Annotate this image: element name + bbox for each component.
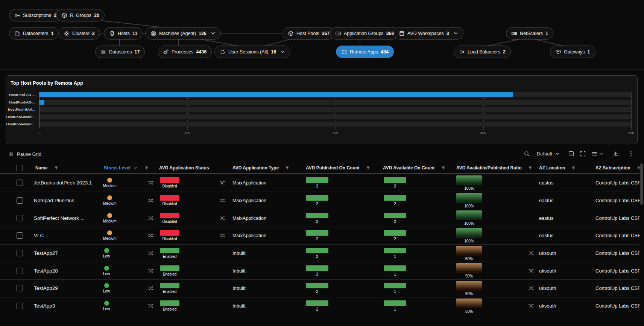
- change-indicator-icon: [148, 303, 153, 309]
- machine-icon: [150, 30, 156, 37]
- node-host-pools[interactable]: Host Pools367: [283, 27, 335, 40]
- column-label: AVD Available On Count: [383, 165, 435, 171]
- cell-avd-application-type: MsixApplication: [229, 227, 303, 244]
- ratio-bar: [456, 228, 482, 238]
- node-load-balancers[interactable]: Load Balancers2: [454, 46, 511, 58]
- filter-icon[interactable]: [54, 166, 59, 171]
- column-header-az-location[interactable]: AZ Location: [536, 163, 592, 173]
- node-user-sessions[interactable]: User Sessions (All)16: [214, 46, 290, 58]
- cell-avd-published-on-count: 2: [303, 209, 380, 227]
- node-datacenters[interactable]: Datacenters1: [9, 27, 59, 40]
- fullscreen-icon[interactable]: [580, 151, 586, 157]
- column-header-avd-published-on-count[interactable]: AVD Published On Count: [303, 163, 380, 173]
- select-all-checkbox[interactable]: [17, 165, 23, 171]
- chevron-down-icon[interactable]: [453, 31, 458, 36]
- table-row[interactable]: VLC Medium Disabled MsixApplication 2 2 …: [0, 227, 639, 245]
- download-icon[interactable]: [612, 151, 619, 157]
- cell-avd-published-on-count: 2: [303, 192, 380, 209]
- column-header-avd-ratio[interactable]: AVD Available/Published Ratio: [453, 163, 536, 173]
- cell-avd-application-type: Inbuilt: [229, 262, 303, 279]
- table-row[interactable]: TestApp27 Low Enabled Inbuilt 2 1 50% uk…: [0, 245, 639, 262]
- kebab-menu-icon[interactable]: [628, 151, 634, 157]
- filter-icon[interactable]: [285, 166, 290, 171]
- node-hosts[interactable]: Hosts11: [104, 27, 143, 40]
- cell-name: TestApp27: [31, 245, 101, 262]
- chart-y-labels: HostPool-AD-... HostPool-AD-... HostPool…: [6, 92, 35, 129]
- table-row[interactable]: SoftPerfect Network ... Medium Disabled …: [0, 209, 639, 227]
- pause-grid-button[interactable]: Pause Grid: [8, 151, 41, 157]
- bar[interactable]: [39, 100, 44, 105]
- save-view-icon[interactable]: [568, 151, 574, 157]
- filter-icon[interactable]: [636, 166, 639, 171]
- change-indicator-icon: [148, 233, 153, 238]
- node-label: Hosts: [118, 31, 130, 36]
- cell-az-subscription: ControlUp Labs CSF: [592, 227, 639, 244]
- select-all-cell: [0, 163, 31, 173]
- node-processes[interactable]: Processes4436: [158, 46, 212, 58]
- node-avd-workspaces[interactable]: AVD Workspaces3: [393, 27, 463, 40]
- node-machines-agent[interactable]: Machines (Agent)126: [145, 27, 221, 40]
- cell-az-subscription: ControlUp Labs CSF: [592, 174, 639, 192]
- filter-icon[interactable]: [366, 166, 371, 171]
- node-subscriptions[interactable]: Subscriptions2: [9, 9, 62, 21]
- node-gateways[interactable]: Gateways1: [550, 46, 595, 58]
- building-icon: [14, 30, 20, 37]
- table-row[interactable]: JetBrains dotPeek 2023.1 Medium Disabled…: [0, 174, 639, 192]
- table-row[interactable]: TestApp3 Low Enabled Inbuilt 2 1 50% uks…: [0, 297, 639, 315]
- filter-icon[interactable]: [144, 166, 149, 171]
- row-checkbox[interactable]: [17, 250, 23, 256]
- row-checkbox[interactable]: [17, 215, 23, 221]
- node-application-groups[interactable]: Application Groups369: [330, 27, 399, 40]
- chevron-down-icon: [599, 152, 603, 156]
- change-indicator-icon: [219, 233, 225, 238]
- count-bar: [384, 300, 406, 306]
- node-count: 2: [92, 31, 95, 36]
- cell-avd-published-on-count: 2: [303, 297, 380, 315]
- chevron-down-icon[interactable]: [211, 31, 216, 36]
- row-checkbox[interactable]: [17, 197, 23, 204]
- bar-chart: HostPool-AD-... HostPool-AD-... HostPool…: [6, 92, 637, 144]
- table-row[interactable]: TestApp28 Low Enabled Inbuilt 2 1 50% uk…: [0, 262, 639, 280]
- column-header-az-subscription[interactable]: AZ Subscription: [592, 163, 639, 173]
- table-row[interactable]: TestApp29 Low Enabled Inbuilt 2 1 50% uk…: [0, 280, 639, 297]
- row-checkbox[interactable]: [17, 285, 23, 291]
- columns-menu-button[interactable]: [591, 151, 603, 157]
- column-header-stress-level[interactable]: Stress Level: [101, 163, 156, 173]
- row-checkbox[interactable]: [17, 180, 23, 186]
- filter-icon[interactable]: [441, 166, 446, 171]
- filter-icon[interactable]: [528, 166, 533, 171]
- cube-icon: [288, 30, 294, 37]
- node-remote-apps[interactable]: Remote Apps484: [336, 46, 394, 58]
- row-checkbox[interactable]: [17, 232, 23, 239]
- row-checkbox[interactable]: [17, 268, 23, 274]
- bar[interactable]: [39, 92, 513, 97]
- chevron-down-icon[interactable]: [280, 49, 285, 54]
- x-tick: 600: [628, 131, 634, 135]
- node-netscalers[interactable]: NetScalers1: [506, 27, 553, 40]
- cell-avd-application-status: Disabled: [156, 227, 229, 244]
- x-tick: 150: [185, 131, 190, 135]
- host-icon: [109, 30, 115, 37]
- session-icon: [220, 49, 226, 55]
- cell-avd-available-on-count: 1: [380, 280, 453, 297]
- column-header-name[interactable]: Name: [31, 163, 101, 173]
- column-header-avd-available-on-count[interactable]: AVD Available On Count: [380, 163, 453, 173]
- status-bar: [160, 283, 179, 288]
- view-selector[interactable]: Default: [537, 151, 560, 157]
- row-checkbox[interactable]: [17, 303, 23, 309]
- node-label: Datacenters: [23, 31, 48, 36]
- cell-avd-application-status: Enabled: [156, 297, 229, 315]
- cell-avd-application-status: Enabled: [156, 280, 229, 297]
- filter-icon[interactable]: [571, 166, 576, 171]
- status-bar: [160, 248, 179, 253]
- table-row[interactable]: Notepad PlusPlus Medium Disabled MsixApp…: [0, 192, 639, 210]
- vertical-scrollbar[interactable]: [640, 163, 643, 205]
- search-icon[interactable]: [524, 151, 530, 157]
- column-header-avd-application-status[interactable]: AVD Application Status: [156, 163, 229, 173]
- node-datastores[interactable]: Datastores17: [95, 46, 145, 58]
- node-label: Gateways: [564, 49, 585, 55]
- node-clusters[interactable]: Clusters2: [58, 27, 100, 40]
- cell-avd-ratio: 50%: [453, 262, 536, 279]
- node-r-groups[interactable]: R. Groups20: [56, 9, 105, 21]
- column-header-avd-application-type[interactable]: AVD Application Type: [229, 163, 303, 173]
